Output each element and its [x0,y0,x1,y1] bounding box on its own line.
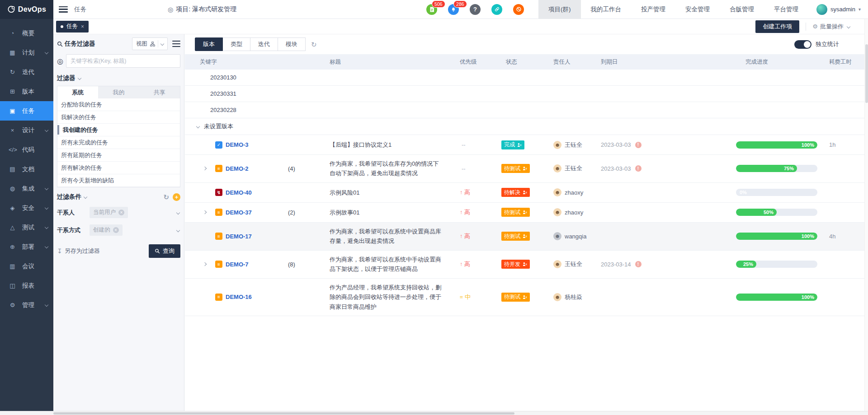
column-header-assignee[interactable]: 责任人 [553,58,601,66]
condition-value-chip[interactable]: 当前用户 × [90,207,128,218]
tab-iteration[interactable]: 迭代 [250,37,278,51]
assignee-cell[interactable]: ☻ wangqia [553,232,601,240]
progress-bar[interactable]: 100% [736,294,817,301]
version-group-row[interactable]: 20230130 [185,70,868,86]
independent-stats-toggle[interactable] [794,40,811,49]
keyword-search-input[interactable] [66,54,180,68]
assignee-cell[interactable]: ☻ 王钰全 [553,260,601,268]
assignee-cell[interactable]: ☻ zhaoxy [553,208,601,216]
sidebar-item[interactable]: ◫ 报表 [0,276,53,295]
column-header-status[interactable]: 状态 [501,58,553,66]
column-header-hours[interactable]: 耗费工时 [825,58,868,66]
saved-filter-item[interactable]: 分配给我的任务 [57,98,180,111]
progress-bar[interactable]: 100% [736,141,817,149]
query-button[interactable]: 查询 [149,244,180,258]
sidebar-item[interactable]: ⊞ 版本 [0,82,53,101]
tab-type[interactable]: 类型 [223,37,250,51]
expand-row-icon[interactable] [203,262,207,266]
progress-bar[interactable]: 25% [736,261,817,268]
saved-filter-item[interactable]: 所有今天新增的缺陷 [57,174,180,187]
task-row[interactable]: ✓ DEMO-3 【后端】接口协议定义1 -- 完成 ☻ 王钰 [185,135,868,155]
top-nav-item[interactable]: 平台管理 [764,0,808,19]
column-header-due[interactable]: 到期日 [601,58,732,66]
saved-filter-item[interactable]: 所有解决的任务 [57,162,180,174]
top-nav-item[interactable]: 投产管理 [631,0,675,19]
conditions-section-header[interactable]: 过滤条件 ↻ + [53,187,184,204]
task-row[interactable]: ≡ DEMO-7 (8) 作为商家，我希望可以在系统中手动设置商品下架状态，以便… [185,251,868,279]
expand-row-icon[interactable] [203,210,207,214]
task-title[interactable]: 【后端】接口协议定义1 [330,140,456,149]
tab-module[interactable]: 模块 [278,37,306,51]
task-title[interactable]: 作为商家，我希望可以在库存为0的情况下自动下架商品，避免出现超卖情况 [330,159,456,178]
status-badge[interactable]: 待解决 [501,188,530,197]
horizontal-scrollbar[interactable] [0,411,868,415]
saved-filter-item[interactable]: 所有延期的任务 [57,149,180,162]
sidebar-item[interactable]: ↻ 迭代 [0,62,53,82]
column-header-progress[interactable]: 完成进度 [732,58,825,66]
remove-chip-icon[interactable]: × [113,227,119,233]
progress-bar[interactable]: 0% [736,189,817,196]
sidebar-item[interactable]: </> 代码 [0,140,53,159]
assignee-cell[interactable]: ☻ 杨桂焱 [553,293,601,301]
task-title[interactable]: 示例风险01 [330,188,456,197]
sidebar-item[interactable]: ◍ 集成 [0,179,53,198]
status-badge[interactable]: 待测试 [501,208,530,217]
save-as-filter-link[interactable]: ↧ 另存为过滤器 [57,247,100,255]
task-key-link[interactable]: DEMO-7 [226,261,249,268]
progress-bar[interactable]: 50% [736,209,817,216]
progress-bar[interactable]: 75% [736,165,817,172]
column-header-title[interactable]: 标题 [330,58,456,66]
task-title[interactable]: 作为产品经理，我希望系统支持回收站，删除的商品会到回收站等待进一步处理，便于商家… [330,283,456,312]
chevron-down-icon[interactable] [176,228,180,232]
filter-scope-tab[interactable]: 共享 [139,86,180,98]
refresh-icon[interactable]: ↻ [311,41,317,48]
help-button[interactable]: ? [470,4,481,15]
column-header-priority[interactable]: 优先级 [456,58,501,66]
share-link-button[interactable] [491,4,502,15]
task-row[interactable]: ↯ DEMO-40 示例风险01 ↑ 高 待解决 ☻ zhaox [185,183,868,203]
task-title[interactable]: 作为商家，我希望可以在系统中手动设置商品下架状态，以便于管理店铺商品 [330,255,456,274]
expand-row-icon[interactable] [203,167,207,170]
app-logo[interactable]: DevOps [0,0,53,19]
filter-scope-tab[interactable]: 我的 [98,86,139,98]
filters-section-header[interactable]: 过滤器 [53,71,184,85]
chevron-down-icon[interactable] [176,210,180,214]
remove-chip-icon[interactable]: × [118,210,124,215]
saved-filter-item[interactable]: 我创建的任务 [57,124,180,136]
documents-button[interactable]: 506 [426,4,437,15]
task-row[interactable]: ≡ DEMO-2 (4) 作为商家，我希望可以在库存为0的情况下自动下架商品，避… [185,155,868,183]
assignee-cell[interactable]: ☻ 王钰全 [553,141,601,149]
close-icon[interactable]: × [81,23,84,30]
vertical-scrollbar[interactable] [864,19,868,411]
filter-panel-menu-icon[interactable] [172,41,180,47]
view-selector-button[interactable]: 视图 [132,37,168,50]
status-badge[interactable]: 完成 [501,140,524,149]
chevron-down-icon[interactable] [160,42,164,46]
top-nav-item[interactable]: 合版管理 [720,0,764,19]
sidebar-item[interactable]: ▦ 计划 [0,43,53,62]
progress-bar[interactable]: 100% [736,233,817,240]
sidebar-item[interactable]: ◔ 概要 [0,23,53,43]
disconnect-button[interactable] [513,4,524,15]
sidebar-item[interactable]: ▤ 文档 [0,159,53,179]
add-condition-icon[interactable]: + [173,193,180,201]
version-group-row[interactable]: 20230331 [185,86,868,102]
assignee-cell[interactable]: ☻ zhaoxy [553,188,601,196]
version-group-row[interactable]: 20230228 [185,102,868,118]
reset-conditions-icon[interactable]: ↻ [163,194,169,201]
horizontal-scrollbar-thumb[interactable] [53,412,514,415]
saved-filter-item[interactable]: 我解决的任务 [57,111,180,124]
menu-toggle-icon[interactable] [59,6,68,13]
sidebar-item[interactable]: ⚙ 管理 [0,295,53,315]
task-row[interactable]: ≡ DEMO-16 作为产品经理，我希望系统支持回收站，删除的商品会到回收站等待… [185,279,868,316]
saved-filter-item[interactable]: 所有未完成的任务 [57,136,180,149]
column-header-key[interactable]: 关键字 [185,58,284,66]
top-nav-item[interactable]: 我的工作台 [581,0,632,19]
sidebar-item[interactable]: ⊕ 部署 [0,237,53,256]
tab-version[interactable]: 版本 [195,37,223,51]
top-nav-item[interactable]: 项目(群) [538,0,581,19]
sidebar-item[interactable]: ◈ 安全 [0,198,53,218]
sidebar-item[interactable]: ▣ 任务 [0,101,53,121]
task-key-link[interactable]: DEMO-3 [226,141,249,148]
user-menu[interactable]: sysadmin ▾ [808,4,868,15]
